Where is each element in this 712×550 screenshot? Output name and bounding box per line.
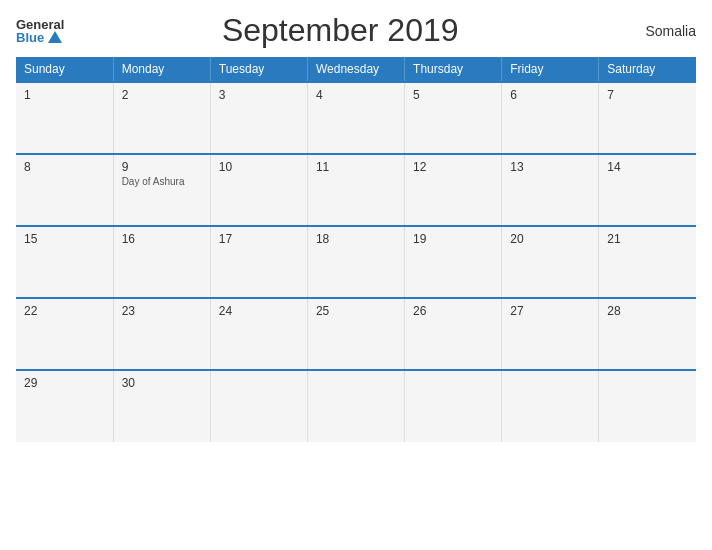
calendar-cell: 13	[502, 154, 599, 226]
day-number: 7	[607, 88, 688, 102]
day-event: Day of Ashura	[122, 176, 185, 187]
calendar-cell: 28	[599, 298, 696, 370]
calendar-cell: 18	[307, 226, 404, 298]
day-number: 23	[122, 304, 202, 318]
day-number: 21	[607, 232, 688, 246]
calendar-cell: 9Day of Ashura	[113, 154, 210, 226]
calendar-week-row: 15161718192021	[16, 226, 696, 298]
day-number: 15	[24, 232, 105, 246]
calendar-cell: 15	[16, 226, 113, 298]
day-number: 27	[510, 304, 590, 318]
calendar-cell: 6	[502, 82, 599, 154]
calendar-header: Sunday Monday Tuesday Wednesday Thursday…	[16, 57, 696, 82]
day-number: 26	[413, 304, 493, 318]
calendar-cell	[210, 370, 307, 442]
calendar-page: General Blue September 2019 Somalia Sund…	[0, 0, 712, 550]
day-number: 2	[122, 88, 202, 102]
day-number: 19	[413, 232, 493, 246]
day-number: 30	[122, 376, 202, 390]
day-number: 17	[219, 232, 299, 246]
calendar-title: September 2019	[64, 12, 616, 49]
header-thursday: Thursday	[405, 57, 502, 82]
header-monday: Monday	[113, 57, 210, 82]
day-number: 11	[316, 160, 396, 174]
calendar-cell: 21	[599, 226, 696, 298]
weekday-row: Sunday Monday Tuesday Wednesday Thursday…	[16, 57, 696, 82]
day-number: 10	[219, 160, 299, 174]
calendar-cell: 11	[307, 154, 404, 226]
logo-triangle-icon	[48, 31, 62, 43]
day-number: 4	[316, 88, 396, 102]
calendar-cell: 29	[16, 370, 113, 442]
calendar-cell: 10	[210, 154, 307, 226]
calendar-cell: 3	[210, 82, 307, 154]
day-number: 18	[316, 232, 396, 246]
calendar-cell: 7	[599, 82, 696, 154]
header: General Blue September 2019 Somalia	[16, 12, 696, 49]
day-number: 9	[122, 160, 202, 174]
calendar-cell: 14	[599, 154, 696, 226]
calendar-cell	[405, 370, 502, 442]
calendar-cell: 2	[113, 82, 210, 154]
calendar-cell: 19	[405, 226, 502, 298]
calendar-table: Sunday Monday Tuesday Wednesday Thursday…	[16, 57, 696, 442]
day-number: 29	[24, 376, 105, 390]
calendar-cell: 22	[16, 298, 113, 370]
calendar-cell: 17	[210, 226, 307, 298]
calendar-cell: 25	[307, 298, 404, 370]
calendar-week-row: 2930	[16, 370, 696, 442]
day-number: 16	[122, 232, 202, 246]
calendar-cell: 30	[113, 370, 210, 442]
calendar-cell: 5	[405, 82, 502, 154]
calendar-cell: 4	[307, 82, 404, 154]
calendar-cell: 27	[502, 298, 599, 370]
day-number: 3	[219, 88, 299, 102]
day-number: 25	[316, 304, 396, 318]
calendar-cell	[307, 370, 404, 442]
calendar-body: 123456789Day of Ashura101112131415161718…	[16, 82, 696, 442]
day-number: 5	[413, 88, 493, 102]
calendar-cell: 16	[113, 226, 210, 298]
day-number: 6	[510, 88, 590, 102]
country-label: Somalia	[616, 23, 696, 39]
calendar-week-row: 1234567	[16, 82, 696, 154]
header-friday: Friday	[502, 57, 599, 82]
calendar-week-row: 22232425262728	[16, 298, 696, 370]
header-wednesday: Wednesday	[307, 57, 404, 82]
day-number: 24	[219, 304, 299, 318]
calendar-week-row: 89Day of Ashura1011121314	[16, 154, 696, 226]
calendar-cell: 8	[16, 154, 113, 226]
calendar-cell	[502, 370, 599, 442]
calendar-cell: 20	[502, 226, 599, 298]
day-number: 20	[510, 232, 590, 246]
day-number: 12	[413, 160, 493, 174]
day-number: 8	[24, 160, 105, 174]
day-number: 14	[607, 160, 688, 174]
logo: General Blue	[16, 18, 64, 44]
calendar-cell: 1	[16, 82, 113, 154]
day-number: 1	[24, 88, 105, 102]
header-saturday: Saturday	[599, 57, 696, 82]
day-number: 28	[607, 304, 688, 318]
logo-general-text: General	[16, 18, 64, 31]
calendar-cell: 12	[405, 154, 502, 226]
header-tuesday: Tuesday	[210, 57, 307, 82]
calendar-cell: 24	[210, 298, 307, 370]
logo-blue-text: Blue	[16, 31, 62, 44]
day-number: 13	[510, 160, 590, 174]
calendar-cell: 26	[405, 298, 502, 370]
calendar-cell: 23	[113, 298, 210, 370]
day-number: 22	[24, 304, 105, 318]
header-sunday: Sunday	[16, 57, 113, 82]
calendar-cell	[599, 370, 696, 442]
